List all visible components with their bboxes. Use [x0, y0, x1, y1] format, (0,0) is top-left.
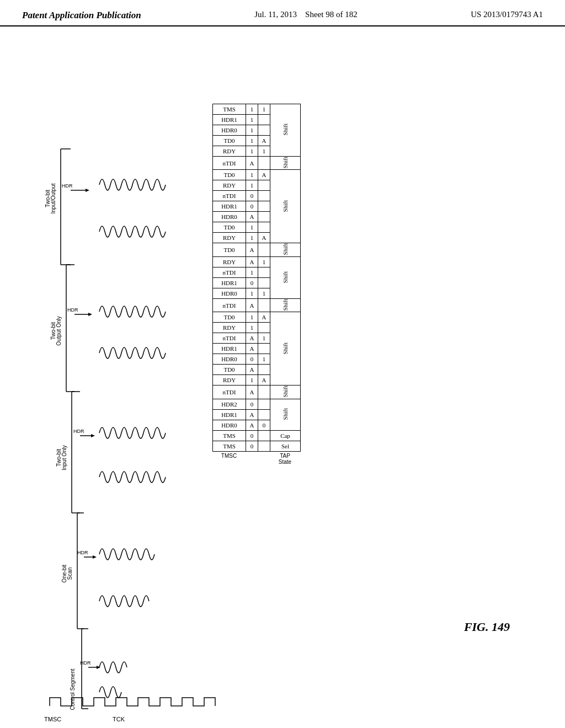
sheet-info: Sheet 98 of 182 — [305, 10, 358, 19]
publication-title: Patent Application Publication — [22, 10, 141, 21]
svg-text:Output Only: Output Only — [56, 316, 62, 345]
signal-name: TMS — [213, 104, 246, 115]
input-only-rows: TD01AShift RDY1 nTDIA1 HDR1A HDR001 TD0A… — [212, 312, 301, 386]
signal-name: HDR0 — [213, 125, 246, 136]
date: Jul. 11, 2013 — [254, 10, 297, 19]
tap-state-shift-8: Shift — [270, 386, 301, 399]
tap-state-shift-6: Shift — [270, 298, 301, 312]
tap-state-shift-1: Shift — [270, 104, 301, 157]
ntdi-one-bit: nTDI A Shift — [212, 385, 301, 399]
tap-state-shift-5: Shift — [270, 256, 301, 298]
svg-text:HDR: HDR — [73, 429, 84, 434]
patent-number: US 2013/0179743 A1 — [471, 10, 543, 19]
waveform-diagram: TCK TMSC Control Segment HDR One-bit Sca… — [33, 94, 243, 728]
bottom-labels: TMSC TAPState — [212, 453, 301, 465]
svg-text:TCK: TCK — [113, 716, 125, 722]
svg-text:HDR: HDR — [67, 307, 78, 313]
ntdi-row-1: nTDI A Shift — [212, 156, 301, 170]
signal-name: TD0 — [213, 136, 246, 146]
output-only-rows: TD01AShift RDY1 nTDI0 HDR10 HDR0A TD01 R… — [212, 169, 301, 243]
signal-table: TMS11Shift HDR11 HDR01 TD01A RDY11 — [212, 104, 301, 157]
control-rows: HDR20Shift HDR1A HDR0A0 TMS0Cap TMS0Sel — [212, 399, 301, 452]
tap-state-label: TAPState — [270, 453, 300, 465]
svg-text:HDR: HDR — [80, 660, 91, 666]
signal-name: HDR1 — [213, 115, 246, 125]
svg-marker-23 — [91, 434, 95, 437]
signal-value-table: TMS11Shift HDR11 HDR01 TD01A RDY11 nTDI … — [212, 104, 301, 465]
mid-rows: RDYA1Shift nTDI1 HDR10 HDR011 — [212, 256, 301, 299]
ntdi-input-only: nTDI A Shift — [212, 298, 301, 312]
tap-state-shift-2: Shift — [270, 157, 301, 170]
svg-text:HDR: HDR — [62, 183, 73, 189]
svg-text:Input Only: Input Only — [61, 445, 67, 470]
svg-text:Control Segment: Control Segment — [70, 668, 76, 710]
tap-state-sel: Sel — [270, 441, 301, 451]
svg-text:Scan: Scan — [67, 568, 73, 580]
tap-state-shift-3: Shift — [270, 170, 301, 243]
diagram-area: TCK TMSC Control Segment HDR One-bit Sca… — [0, 44, 565, 722]
tmsc-label: TMSC — [212, 453, 246, 465]
figure-label: FIG. 149 — [464, 620, 510, 634]
svg-marker-39 — [86, 189, 89, 192]
tap-state-shift-9: Shift — [270, 399, 301, 430]
svg-text:Input/Output: Input/Output — [50, 183, 56, 213]
tdo-single-row: TD0 A Shift — [212, 243, 301, 256]
tap-state-shift-7: Shift — [270, 312, 301, 386]
svg-text:HDR: HDR — [77, 550, 88, 555]
svg-marker-31 — [88, 313, 92, 316]
signal-name: RDY — [213, 146, 246, 157]
date-sheet: Jul. 11, 2013 Sheet 98 of 182 — [254, 10, 358, 19]
tap-state-cap: Cap — [270, 430, 301, 441]
tap-state-shift-4: Shift — [270, 243, 301, 256]
page-header: Patent Application Publication Jul. 11, … — [0, 0, 565, 26]
svg-text:TMSC: TMSC — [44, 716, 61, 722]
svg-marker-15 — [93, 555, 97, 559]
